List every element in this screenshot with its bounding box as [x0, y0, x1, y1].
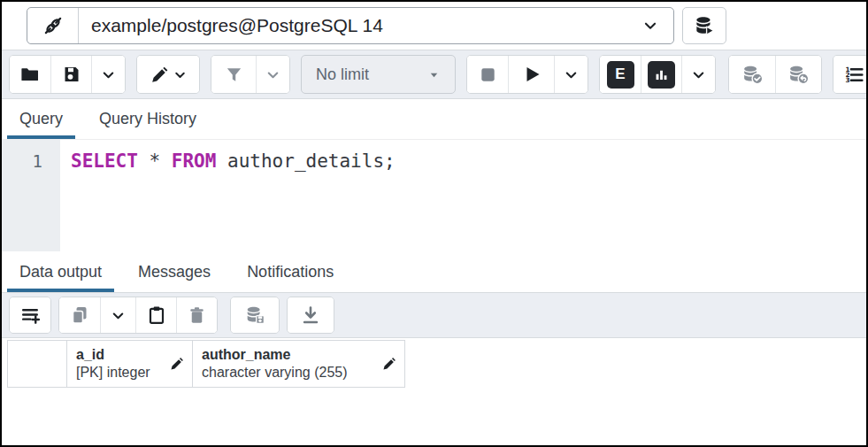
connection-icon	[27, 8, 79, 43]
chevron-down-icon	[265, 66, 281, 83]
chevron-down-icon	[173, 67, 188, 82]
add-row-group	[9, 297, 51, 334]
stop-button[interactable]	[467, 56, 508, 93]
tab-query[interactable]: Query	[7, 99, 75, 139]
grid-header-row: a_id [PK] integer author_name character …	[7, 340, 866, 388]
explain-options-button[interactable]	[681, 56, 715, 93]
download-results-button[interactable]	[288, 297, 334, 333]
column-name: author_name	[202, 346, 378, 364]
copy-options-button[interactable]	[100, 297, 135, 333]
transaction-button-group	[728, 55, 822, 94]
filter-options-button[interactable]	[256, 56, 289, 93]
execute-button[interactable]	[508, 56, 554, 93]
tab-messages[interactable]: Messages	[126, 251, 223, 292]
chevron-down-icon	[563, 66, 580, 83]
tab-query-history-label: Query History	[99, 110, 196, 128]
explain-button[interactable]: E	[600, 56, 641, 93]
edit-menu-button[interactable]	[137, 56, 199, 93]
open-file-button[interactable]	[10, 56, 50, 93]
connection-label: example/postgres@PostgreSQL 14	[79, 15, 627, 36]
column-name: a_id	[76, 346, 165, 364]
data-output-toolbar	[2, 292, 866, 338]
column-type: character varying (255)	[202, 364, 378, 381]
sql-keyword: FROM	[172, 150, 217, 172]
code-area[interactable]: SELECT * FROM author_details;	[60, 140, 866, 251]
column-header-text: author_name character varying (255)	[202, 346, 378, 381]
copy-button[interactable]	[59, 297, 100, 333]
tab-messages-label: Messages	[138, 263, 211, 281]
execute-button-group	[466, 55, 588, 94]
clipboard-group	[58, 297, 218, 334]
sql-identifier: author_details;	[216, 150, 395, 172]
pencil-icon	[150, 65, 170, 85]
tab-query-history[interactable]: Query History	[87, 99, 209, 139]
download-group	[287, 297, 334, 334]
folder-icon	[19, 64, 41, 85]
edit-column-pencil-icon	[169, 356, 185, 372]
column-header-a-id[interactable]: a_id [PK] integer	[67, 340, 193, 388]
paste-icon	[146, 304, 167, 326]
connection-bar: example/postgres@PostgreSQL 14	[2, 2, 866, 50]
column-header-text: a_id [PK] integer	[76, 346, 165, 381]
add-row-button[interactable]	[10, 297, 50, 333]
edit-column-pencil-icon	[381, 356, 397, 372]
trash-icon	[187, 305, 207, 326]
new-connection-button[interactable]	[682, 7, 726, 44]
tab-query-label: Query	[19, 110, 63, 128]
save-data-changes-button[interactable]	[231, 297, 279, 333]
add-row-icon	[19, 304, 42, 327]
sql-keyword: SELECT	[71, 150, 138, 172]
play-icon	[521, 64, 542, 85]
stop-icon	[478, 65, 498, 85]
query-tool-window: example/postgres@PostgreSQL 14	[0, 0, 868, 447]
row-number-header-cell[interactable]	[7, 340, 67, 388]
chevron-down-icon	[110, 307, 127, 324]
database-rollback-icon	[787, 63, 810, 87]
save-icon	[61, 64, 82, 85]
filter-button[interactable]	[211, 56, 256, 93]
delete-row-button[interactable]	[176, 297, 217, 333]
paste-button[interactable]	[135, 297, 176, 333]
file-button-group	[9, 55, 126, 94]
code-line: SELECT * FROM author_details;	[71, 148, 866, 174]
database-save-icon	[243, 304, 267, 328]
save-file-button[interactable]	[50, 56, 91, 93]
download-icon	[300, 304, 321, 326]
macros-button[interactable]: 1 2 3	[833, 56, 868, 93]
caret-down-icon	[427, 68, 441, 81]
connection-select[interactable]: example/postgres@PostgreSQL 14	[27, 7, 674, 44]
filter-icon	[224, 65, 244, 85]
explain-analyze-icon	[648, 61, 675, 89]
database-connect-icon	[693, 14, 716, 37]
data-output-grid: a_id [PK] integer author_name character …	[2, 338, 866, 445]
explain-button-group: E	[599, 55, 716, 94]
row-limit-select[interactable]: No limit	[301, 55, 456, 94]
tab-data-output[interactable]: Data output	[7, 251, 114, 292]
explain-icon: E	[607, 61, 634, 89]
database-commit-icon	[741, 63, 764, 87]
explain-analyze-button[interactable]	[641, 56, 681, 93]
column-type: [PK] integer	[76, 364, 165, 381]
filter-button-group	[211, 55, 290, 94]
tab-data-output-label: Data output	[19, 263, 102, 281]
execute-options-button[interactable]	[554, 56, 588, 93]
commit-button[interactable]	[729, 56, 775, 93]
tab-notifications[interactable]: Notifications	[234, 251, 346, 292]
tab-notifications-label: Notifications	[247, 263, 334, 281]
output-tabs: Data output Messages Notifications	[2, 251, 866, 292]
query-toolbar: No limit	[2, 50, 866, 99]
chevron-down-icon	[690, 66, 707, 83]
sql-editor: 1 SELECT * FROM author_details;	[2, 140, 866, 251]
editor-gutter: 1	[2, 140, 60, 251]
edit-button-group	[136, 55, 200, 94]
column-header-author-name[interactable]: author_name character varying (255)	[193, 340, 405, 388]
svg-text:3: 3	[846, 76, 850, 84]
save-options-button[interactable]	[91, 56, 125, 93]
sql-operator: *	[138, 150, 172, 172]
line-number: 1	[2, 148, 60, 174]
numbered-list-icon: 1 2 3	[843, 64, 865, 86]
macro-button-group: 1 2 3	[833, 55, 868, 94]
connection-chevron-down-icon	[627, 16, 673, 35]
copy-icon	[69, 304, 90, 326]
rollback-button[interactable]	[775, 56, 821, 93]
